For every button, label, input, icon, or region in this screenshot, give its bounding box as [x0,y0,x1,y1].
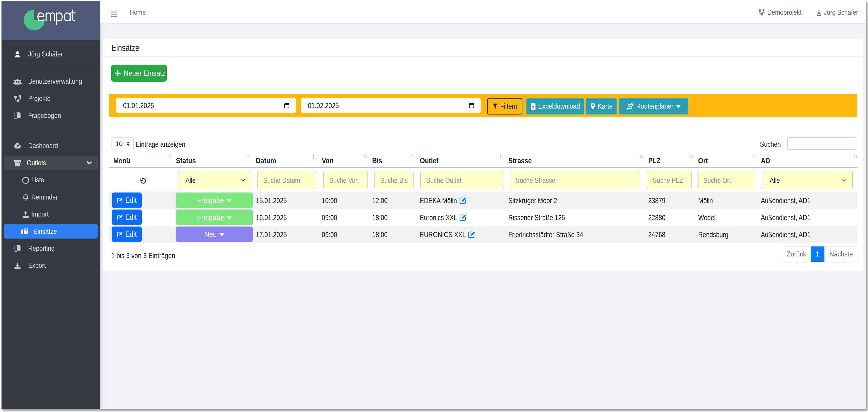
svg-text:x: x [532,105,534,109]
